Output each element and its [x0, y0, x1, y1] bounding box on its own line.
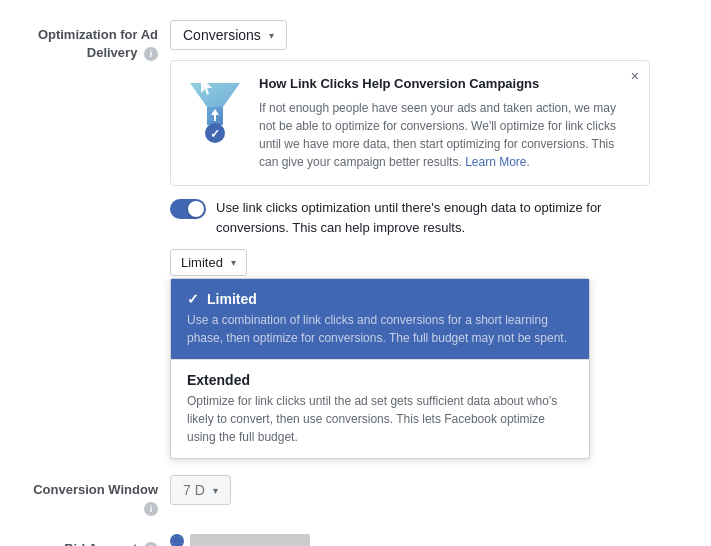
conversion-window-content: 7 D ▾ — [170, 475, 681, 505]
limited-option-title: Limited — [207, 291, 257, 307]
conversion-window-info-icon[interactable]: i — [144, 502, 158, 516]
bid-amount-info-icon[interactable]: i — [144, 542, 158, 546]
learn-more-link[interactable]: Learn More. — [465, 155, 530, 169]
close-icon[interactable]: × — [631, 69, 639, 83]
svg-text:✓: ✓ — [210, 127, 220, 141]
limited-option-desc: Use a combination of link clicks and con… — [187, 311, 573, 347]
conversion-window-value: 7 D — [183, 482, 205, 498]
conversion-window-dropdown[interactable]: 7 D ▾ — [170, 475, 231, 505]
limited-dropdown[interactable]: Limited ▾ — [170, 249, 247, 276]
link-clicks-info-card: × — [170, 60, 650, 186]
radio-auto-icon — [170, 534, 184, 546]
conversion-window-label: Conversion Window i — [30, 475, 170, 517]
toggle-row: Use link clicks optimization until there… — [170, 198, 650, 237]
bid-amount-label: Bid Amount i — [30, 534, 170, 546]
optimization-info-icon[interactable]: i — [144, 47, 158, 61]
extended-option-title: Extended — [187, 372, 250, 388]
info-card-title: How Link Clicks Help Conversion Campaign… — [259, 75, 635, 93]
bid-amount-options — [170, 534, 681, 546]
conversions-value: Conversions — [183, 27, 261, 43]
check-icon: ✓ — [187, 291, 199, 307]
funnel-icon: ✓ — [185, 75, 245, 145]
optimization-label: Optimization for Ad Delivery i — [30, 20, 170, 62]
optimization-dropdown-menu: ✓ Limited Use a combination of link clic… — [170, 278, 590, 459]
cw-chevron-icon: ▾ — [213, 485, 218, 496]
link-clicks-toggle[interactable] — [170, 199, 206, 219]
limited-chevron-icon: ▾ — [231, 257, 236, 268]
info-card-body: If not enough people have seen your ads … — [259, 99, 635, 171]
info-card-text: How Link Clicks Help Conversion Campaign… — [259, 75, 635, 171]
bid-amount-content — [170, 534, 681, 546]
extended-option-desc: Optimize for link clicks until the ad se… — [187, 392, 573, 446]
optimization-content: Conversions ▾ × — [170, 20, 681, 459]
bid-amount-auto[interactable] — [170, 534, 681, 546]
toggle-label: Use link clicks optimization until there… — [216, 198, 650, 237]
extended-option[interactable]: Extended Optimize for link clicks until … — [171, 360, 589, 458]
limited-option[interactable]: ✓ Limited Use a combination of link clic… — [171, 279, 589, 359]
conversions-chevron-icon: ▾ — [269, 30, 274, 41]
svg-marker-0 — [190, 83, 240, 107]
conversions-dropdown[interactable]: Conversions ▾ — [170, 20, 287, 50]
limited-value: Limited — [181, 255, 223, 270]
